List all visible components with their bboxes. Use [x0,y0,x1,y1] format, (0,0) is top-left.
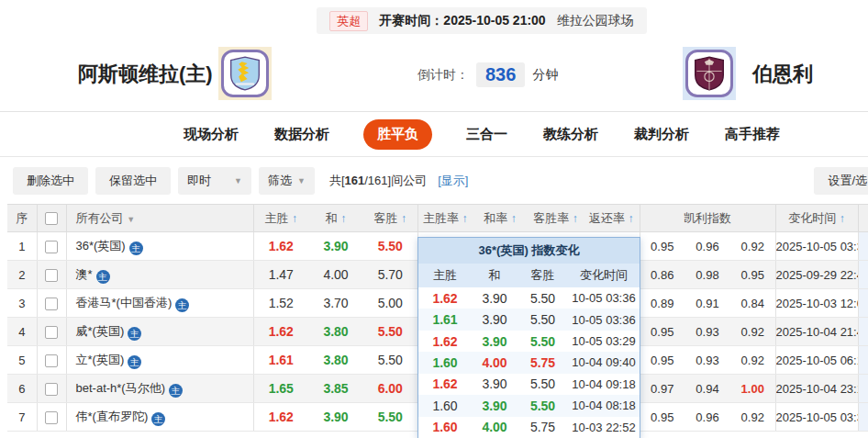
tab-2[interactable]: 数据分析 [273,119,331,150]
venue: 维拉公园球场 [557,13,634,29]
col-select-all [37,205,66,232]
home-odds-cell[interactable]: 1.62 [253,232,308,261]
col-away-rate[interactable]: 客胜率 ↑ [528,205,584,232]
row-checkbox[interactable] [45,241,58,253]
popup-col-header: 主胜 [418,267,472,284]
col-away-win[interactable]: 客胜 ↑ [363,205,417,232]
tab-3[interactable]: 胜平负 [363,119,432,150]
company-name: 澳* [76,267,93,281]
company-cell[interactable]: 伟*(直布罗陀)主 [66,403,253,432]
row-checkbox[interactable] [45,269,58,282]
home-odds-cell[interactable]: 1.62 [253,403,308,432]
edge-cell [858,232,868,261]
home-odds-cell[interactable]: 1.62 [253,318,308,346]
draw-odds-cell[interactable]: 4.00 [308,261,363,289]
select-all-checkbox[interactable] [45,212,58,225]
row-checkbox[interactable] [45,326,58,339]
popup-odds-cell: 5.50 [517,291,568,306]
draw-odds: 3.80 [323,353,348,367]
sort-up-icon: ↑ [340,212,346,225]
col-company[interactable]: 所有公司 ▼ [66,205,253,232]
match-info-bar: 英超 开赛时间：2025-10-05 21:00 维拉公园球场 [0,7,868,34]
away-odds: 5.50 [378,353,403,367]
away-odds-cell[interactable]: 5.00 [363,289,417,318]
row-checkbox[interactable] [45,383,58,396]
popup-change-time: 10-05 03:36 [568,313,640,327]
row-index: 6 [7,375,37,403]
home-odds-cell[interactable]: 1.65 [253,375,308,403]
col-home-rate[interactable]: 主胜率 ↑ [417,205,473,232]
col-draw-label: 和 [326,211,338,225]
tab-6[interactable]: 裁判分析 [632,119,691,150]
tab-1[interactable]: 现场分析 [182,119,240,150]
tab-bar: 现场分析数据分析胜平负三合一教练分析裁判分析高手推荐 [0,111,868,157]
home-odds-cell[interactable]: 1.52 [253,289,308,318]
delete-selected-button[interactable]: 删除选中 [13,167,88,195]
away-odds-cell[interactable]: 5.50 [363,346,417,375]
kelly-cell: 0.92 [730,318,775,346]
row-checkbox[interactable] [45,354,58,367]
away-odds-cell[interactable]: 5.50 [363,232,417,261]
draw-odds-cell[interactable]: 3.90 [308,232,363,261]
tab-4[interactable]: 三合一 [464,119,509,150]
draw-odds-cell[interactable]: 3.90 [308,403,363,432]
popup-odds-cell: 5.75 [517,355,568,370]
kelly-cell: 0.96 [684,403,730,432]
change-time-cell: 2025-10-05 06:19 [775,346,858,375]
company-name: 36*(英国) [76,239,126,253]
odds-comparison-page: 英超 开赛时间：2025-10-05 21:00 维拉公园球场 阿斯顿维拉(主)… [0,0,868,438]
popup-odds-value: 1.61 [432,312,457,327]
instant-dropdown[interactable]: 即时 ▼ [178,167,251,195]
popup-odds-value: 5.75 [530,355,555,370]
company-cell[interactable]: 36*(英国)主 [66,232,253,261]
col-home-win[interactable]: 主胜 ↑ [253,205,308,232]
change-time-cell: 2025-10-04 23:18 [775,375,858,403]
home-odds-cell[interactable]: 1.61 [253,346,308,375]
draw-odds-cell[interactable]: 3.85 [308,375,363,403]
row-index: 7 [7,403,37,432]
company-cell[interactable]: bet-at-h*(马尔他)主 [66,375,253,403]
kelly-cell: 0.93 [684,318,730,346]
kelly-cell: 0.94 [684,375,730,403]
tab-5[interactable]: 教练分析 [541,119,600,150]
home-odds: 1.61 [269,353,294,367]
company-cell[interactable]: 香港马*(中国香港)主 [66,289,253,318]
tab-7[interactable]: 高手推荐 [723,119,782,150]
settings-button[interactable]: 设置/选 [814,167,868,195]
keep-selected-button[interactable]: 保留选中 [95,167,171,195]
away-odds-cell[interactable]: 5.50 [363,318,417,346]
col-draw-rate[interactable]: 和率 ↑ [473,205,528,232]
toolbar: 删除选中 保留选中 即时 ▼ 筛选 ▼ 共[161/161]间公司 [显示] 设… [0,158,868,204]
kelly-cell: 0.93 [684,346,730,375]
popup-odds-value: 4.00 [482,420,506,434]
kelly-value: 0.95 [651,325,673,339]
draw-odds-cell[interactable]: 3.70 [308,289,363,318]
col-draw[interactable]: 和 ↑ [308,205,363,232]
draw-odds-cell[interactable]: 3.80 [308,318,363,346]
league-badge[interactable]: 英超 [329,11,368,31]
away-odds-cell[interactable]: 5.70 [363,261,417,289]
row-checkbox[interactable] [45,411,58,424]
home-tag-icon: 主 [175,298,189,312]
show-link[interactable]: [显示] [438,173,468,189]
company-cell[interactable]: 立*(英国)主 [66,346,253,375]
home-odds: 1.52 [269,296,294,310]
filter-dropdown[interactable]: 筛选 ▼ [259,167,315,195]
company-cell[interactable]: 澳*主 [66,261,253,289]
company-cell[interactable]: 威*(英国)主 [66,318,253,346]
col-return-rate[interactable]: 返还率 ↑ [584,205,640,232]
away-odds-cell[interactable]: 5.50 [363,403,417,432]
row-checkbox[interactable] [45,298,58,310]
draw-odds-cell[interactable]: 3.80 [308,346,363,375]
popup-header-row: 主胜和客胜变化时间 [418,264,640,287]
away-odds-cell[interactable]: 6.00 [363,375,417,403]
away-odds: 5.00 [378,296,403,310]
home-odds-cell[interactable]: 1.47 [253,261,308,289]
kelly-value: 0.94 [696,382,718,396]
col-index[interactable]: 序 [7,205,37,232]
edge-cell [858,318,868,346]
popup-change-time: 10-04 09:18 [568,377,640,391]
col-change-time[interactable]: 变化时间 ↑ [775,205,858,232]
kelly-value: 0.98 [696,268,718,282]
col-kelly[interactable]: 凯利指数 [640,205,775,232]
